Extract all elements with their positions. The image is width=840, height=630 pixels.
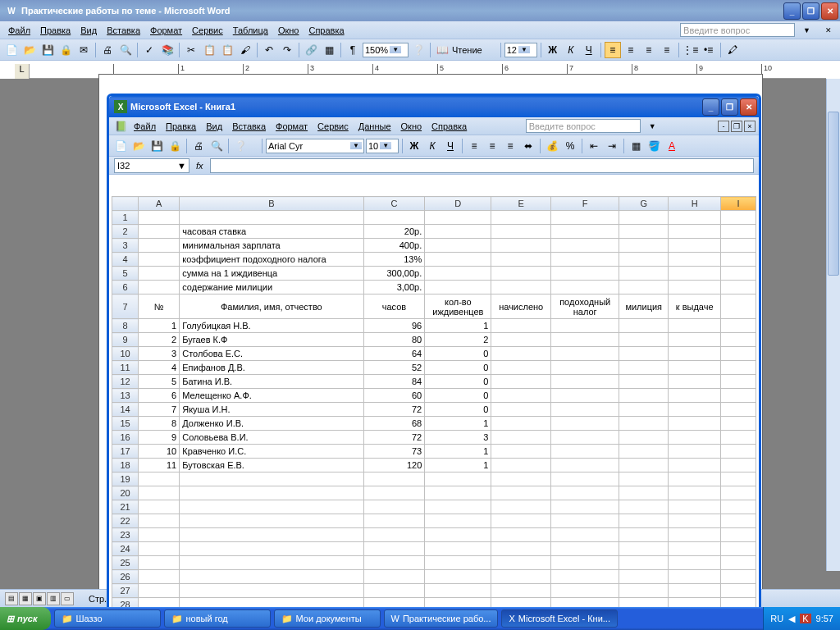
cell[interactable] [180,514,363,528]
preview-icon[interactable]: 🔍 [117,42,134,58]
cell[interactable] [551,514,619,528]
align-center-button[interactable]: ≡ [623,42,639,58]
copy-icon[interactable]: 📋 [201,42,217,58]
row-header[interactable]: 13 [112,389,139,403]
cell[interactable] [425,500,491,514]
mail-icon[interactable]: ✉ [75,42,92,58]
col-header-G[interactable]: G [619,197,669,211]
cell[interactable] [139,472,180,486]
fx-button[interactable]: fx [196,161,203,171]
redo-icon[interactable]: ↷ [279,42,295,58]
cell[interactable]: 10 [139,445,180,459]
col-header-A[interactable]: A [139,197,180,211]
row-header[interactable]: 6 [112,281,139,294]
row-header[interactable]: 11 [112,361,139,375]
cell[interactable]: 60 [363,389,425,403]
align-right-button[interactable]: ≡ [641,42,657,58]
cell[interactable] [619,472,669,486]
cell[interactable]: 4 [139,361,180,375]
cell[interactable]: 20р. [363,225,425,239]
system-tray[interactable]: RU ◀ K 9:57 [763,607,840,630]
align-right-button[interactable]: ≡ [502,138,518,154]
menu-window[interactable]: Окно [396,120,427,133]
row-header[interactable]: 8 [112,319,139,333]
cell[interactable] [425,472,491,486]
cell[interactable] [619,528,669,542]
row-header[interactable]: 1 [112,211,139,225]
taskbar-folder-3[interactable]: 📁Мои документы [274,609,381,628]
row-header[interactable]: 5 [112,267,139,281]
cell[interactable] [363,211,425,225]
row-header[interactable]: 16 [112,431,139,445]
cell[interactable] [619,514,669,528]
cell[interactable] [139,584,180,598]
excel-titlebar[interactable]: X Microsoft Excel - Книга1 _ ❐ ✕ [109,96,759,117]
cell[interactable] [551,500,619,514]
row-header[interactable]: 14 [112,403,139,417]
cell[interactable] [139,486,180,500]
cell[interactable] [363,528,425,542]
cell[interactable]: 0 [425,361,491,375]
cell[interactable]: 2 [139,333,180,347]
new-doc-icon[interactable]: 📄 [3,42,20,58]
cell[interactable] [363,584,425,598]
cell[interactable] [669,542,721,556]
cell[interactable]: Кравченко И.С. [180,445,363,459]
row-header[interactable]: 9 [112,333,139,347]
cell[interactable] [721,500,756,514]
cell[interactable]: 13% [363,253,425,267]
row-header[interactable]: 19 [112,472,139,486]
cell[interactable] [425,584,491,598]
row-header[interactable]: 18 [112,459,139,472]
percent-button[interactable]: % [562,138,578,154]
cell[interactable] [180,584,363,598]
cell[interactable]: начислено [491,294,551,319]
undo-icon[interactable]: ↶ [261,42,277,58]
row-header[interactable]: 26 [112,570,139,584]
font-size-combo[interactable]: 10▼ [366,139,399,153]
cell[interactable]: Епифанов Д.В. [180,361,363,375]
reading-label[interactable]: Чтение [452,45,482,55]
cell[interactable]: часовая ставка [180,225,363,239]
cell[interactable]: Бутовская Е.В. [180,459,363,472]
cell[interactable]: 120 [363,459,425,472]
cell[interactable]: коэффициент подоходного налога [180,253,363,267]
view-outline-icon[interactable]: ▥ [47,592,60,605]
cell[interactable]: подоходный налог [551,294,619,319]
row-header[interactable]: 27 [112,584,139,598]
currency-button[interactable]: 💰 [544,138,560,154]
cell[interactable] [669,556,721,570]
indent-inc-button[interactable]: ⇥ [604,138,620,154]
view-buttons[interactable]: ▤ ▦ ▣ ▥ ▭ [5,592,74,605]
cell[interactable]: 8 [139,417,180,431]
cell[interactable] [619,500,669,514]
zoom-combo[interactable]: 150%▼ [363,43,409,57]
cell[interactable] [425,570,491,584]
taskbar-word[interactable]: WПрактические рабо... [384,609,499,628]
cell[interactable] [425,514,491,528]
cell[interactable]: 1 [425,417,491,431]
bold-button[interactable]: Ж [545,42,561,58]
cell[interactable] [721,472,756,486]
cut-icon[interactable]: ✂ [183,42,199,58]
cell[interactable]: 400р. [363,239,425,253]
cell[interactable] [139,514,180,528]
cell[interactable]: сумма на 1 иждивенца [180,267,363,281]
row-header[interactable]: 20 [112,486,139,500]
cell[interactable] [363,486,425,500]
cell[interactable] [619,211,669,225]
align-left-button[interactable]: ≡ [466,138,482,154]
view-normal-icon[interactable]: ▤ [5,592,18,605]
col-header-D[interactable]: D [425,197,491,211]
minimize-button[interactable]: _ [702,98,719,116]
help-dropdown[interactable]: ▼ [644,121,661,132]
row-header[interactable]: 7 [112,294,139,319]
row-header[interactable]: 17 [112,445,139,459]
cell[interactable] [669,514,721,528]
menu-tools[interactable]: Сервис [313,120,354,133]
menu-help[interactable]: Справка [427,120,472,133]
cell[interactable] [363,500,425,514]
cell[interactable] [180,528,363,542]
bullets-button[interactable]: •≡ [701,42,717,58]
cell[interactable] [619,542,669,556]
